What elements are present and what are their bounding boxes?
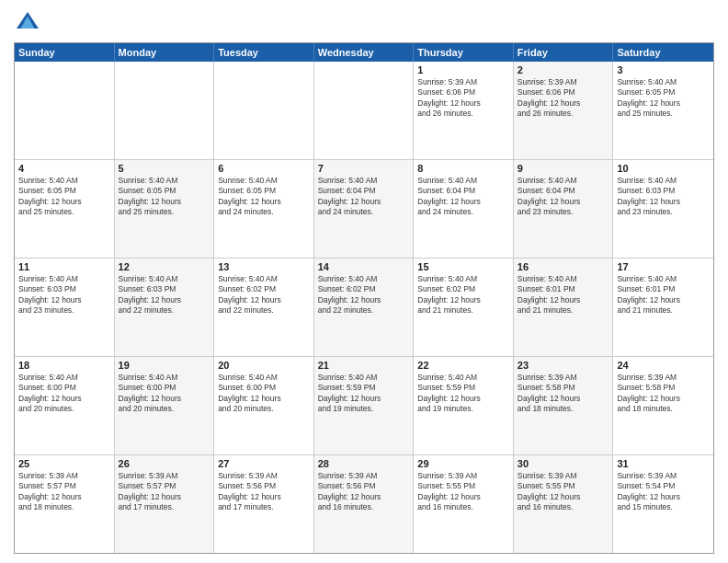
cell-text: Sunrise: 5:39 AM Sunset: 5:57 PM Dayligh… xyxy=(18,471,110,513)
calendar-cell: 7Sunrise: 5:40 AM Sunset: 6:04 PM Daylig… xyxy=(314,160,415,258)
calendar-header: SundayMondayTuesdayWednesdayThursdayFrid… xyxy=(15,43,713,62)
calendar-cell: 27Sunrise: 5:39 AM Sunset: 5:56 PM Dayli… xyxy=(214,455,314,553)
day-number: 3 xyxy=(617,64,710,75)
day-number: 17 xyxy=(617,261,710,272)
day-number: 5 xyxy=(119,163,210,174)
day-number: 31 xyxy=(617,458,710,469)
day-number: 28 xyxy=(318,458,410,469)
cell-text: Sunrise: 5:40 AM Sunset: 5:59 PM Dayligh… xyxy=(318,373,410,415)
header-day-saturday: Saturday xyxy=(613,43,713,62)
calendar-cell xyxy=(314,62,415,159)
calendar-cell: 30Sunrise: 5:39 AM Sunset: 5:55 PM Dayli… xyxy=(514,455,614,553)
logo xyxy=(14,9,45,37)
day-number: 1 xyxy=(417,64,509,75)
calendar-cell: 14Sunrise: 5:40 AM Sunset: 6:02 PM Dayli… xyxy=(314,259,415,356)
calendar-cell: 18Sunrise: 5:40 AM Sunset: 6:00 PM Dayli… xyxy=(15,357,115,454)
cell-text: Sunrise: 5:40 AM Sunset: 6:04 PM Dayligh… xyxy=(518,176,609,218)
cell-text: Sunrise: 5:39 AM Sunset: 6:06 PM Dayligh… xyxy=(518,77,609,120)
cell-text: Sunrise: 5:39 AM Sunset: 5:55 PM Dayligh… xyxy=(417,471,509,513)
day-number: 16 xyxy=(518,261,609,272)
header-day-friday: Friday xyxy=(514,43,614,62)
calendar-cell: 12Sunrise: 5:40 AM Sunset: 6:03 PM Dayli… xyxy=(115,259,215,356)
day-number: 10 xyxy=(617,163,710,174)
calendar-cell: 5Sunrise: 5:40 AM Sunset: 6:05 PM Daylig… xyxy=(115,160,215,258)
day-number: 27 xyxy=(218,458,310,469)
calendar-cell: 20Sunrise: 5:40 AM Sunset: 6:00 PM Dayli… xyxy=(214,357,314,454)
cell-text: Sunrise: 5:39 AM Sunset: 5:56 PM Dayligh… xyxy=(218,471,310,513)
calendar-row: 25Sunrise: 5:39 AM Sunset: 5:57 PM Dayli… xyxy=(15,455,713,553)
day-number: 8 xyxy=(417,163,509,174)
cell-text: Sunrise: 5:40 AM Sunset: 6:03 PM Dayligh… xyxy=(617,176,710,218)
day-number: 18 xyxy=(18,360,110,371)
cell-text: Sunrise: 5:40 AM Sunset: 6:02 PM Dayligh… xyxy=(218,274,310,316)
cell-text: Sunrise: 5:40 AM Sunset: 6:01 PM Dayligh… xyxy=(518,274,609,316)
day-number: 20 xyxy=(218,360,310,371)
calendar-cell: 6Sunrise: 5:40 AM Sunset: 6:05 PM Daylig… xyxy=(214,160,314,258)
calendar-row: 18Sunrise: 5:40 AM Sunset: 6:00 PM Dayli… xyxy=(15,357,713,455)
calendar-cell: 2Sunrise: 5:39 AM Sunset: 6:06 PM Daylig… xyxy=(514,62,614,159)
cell-text: Sunrise: 5:40 AM Sunset: 6:04 PM Dayligh… xyxy=(417,176,509,218)
calendar-row: 1Sunrise: 5:39 AM Sunset: 6:06 PM Daylig… xyxy=(15,62,713,160)
day-number: 14 xyxy=(318,261,410,272)
calendar-cell: 22Sunrise: 5:40 AM Sunset: 5:59 PM Dayli… xyxy=(414,357,514,454)
header-day-tuesday: Tuesday xyxy=(214,43,314,62)
day-number: 23 xyxy=(518,360,609,371)
cell-text: Sunrise: 5:39 AM Sunset: 5:57 PM Dayligh… xyxy=(119,471,210,513)
cell-text: Sunrise: 5:40 AM Sunset: 6:05 PM Dayligh… xyxy=(218,176,310,218)
calendar-cell: 3Sunrise: 5:40 AM Sunset: 6:05 PM Daylig… xyxy=(613,62,713,159)
day-number: 19 xyxy=(119,360,210,371)
cell-text: Sunrise: 5:40 AM Sunset: 6:02 PM Dayligh… xyxy=(318,274,410,316)
cell-text: Sunrise: 5:39 AM Sunset: 6:06 PM Dayligh… xyxy=(417,77,509,120)
calendar-body: 1Sunrise: 5:39 AM Sunset: 6:06 PM Daylig… xyxy=(15,62,713,553)
cell-text: Sunrise: 5:40 AM Sunset: 6:02 PM Dayligh… xyxy=(417,274,509,316)
day-number: 25 xyxy=(18,458,110,469)
header-day-monday: Monday xyxy=(115,43,215,62)
day-number: 12 xyxy=(119,261,210,272)
cell-text: Sunrise: 5:40 AM Sunset: 6:05 PM Dayligh… xyxy=(18,176,110,218)
day-number: 21 xyxy=(318,360,410,371)
calendar-cell: 28Sunrise: 5:39 AM Sunset: 5:56 PM Dayli… xyxy=(314,455,415,553)
logo-icon xyxy=(14,9,41,37)
calendar-cell: 31Sunrise: 5:39 AM Sunset: 5:54 PM Dayli… xyxy=(613,455,713,553)
cell-text: Sunrise: 5:40 AM Sunset: 6:04 PM Dayligh… xyxy=(318,176,410,218)
calendar-cell: 25Sunrise: 5:39 AM Sunset: 5:57 PM Dayli… xyxy=(15,455,115,553)
cell-text: Sunrise: 5:40 AM Sunset: 5:59 PM Dayligh… xyxy=(417,373,509,415)
calendar-cell: 4Sunrise: 5:40 AM Sunset: 6:05 PM Daylig… xyxy=(15,160,115,258)
cell-text: Sunrise: 5:39 AM Sunset: 5:55 PM Dayligh… xyxy=(518,471,609,513)
calendar-cell: 11Sunrise: 5:40 AM Sunset: 6:03 PM Dayli… xyxy=(15,259,115,356)
cell-text: Sunrise: 5:39 AM Sunset: 5:56 PM Dayligh… xyxy=(318,471,410,513)
calendar-cell: 19Sunrise: 5:40 AM Sunset: 6:00 PM Dayli… xyxy=(115,357,215,454)
header xyxy=(14,9,714,37)
calendar-cell: 23Sunrise: 5:39 AM Sunset: 5:58 PM Dayli… xyxy=(514,357,614,454)
calendar-cell: 17Sunrise: 5:40 AM Sunset: 6:01 PM Dayli… xyxy=(613,259,713,356)
day-number: 15 xyxy=(417,261,509,272)
cell-text: Sunrise: 5:39 AM Sunset: 5:58 PM Dayligh… xyxy=(617,373,710,415)
calendar-cell: 13Sunrise: 5:40 AM Sunset: 6:02 PM Dayli… xyxy=(214,259,314,356)
calendar-cell: 10Sunrise: 5:40 AM Sunset: 6:03 PM Dayli… xyxy=(613,160,713,258)
day-number: 7 xyxy=(318,163,410,174)
cell-text: Sunrise: 5:40 AM Sunset: 6:03 PM Dayligh… xyxy=(119,274,210,316)
cell-text: Sunrise: 5:40 AM Sunset: 6:05 PM Dayligh… xyxy=(119,176,210,218)
calendar-cell: 15Sunrise: 5:40 AM Sunset: 6:02 PM Dayli… xyxy=(414,259,514,356)
day-number: 24 xyxy=(617,360,710,371)
day-number: 6 xyxy=(218,163,310,174)
cell-text: Sunrise: 5:40 AM Sunset: 6:00 PM Dayligh… xyxy=(218,373,310,415)
day-number: 9 xyxy=(518,163,609,174)
day-number: 29 xyxy=(417,458,509,469)
cell-text: Sunrise: 5:40 AM Sunset: 6:03 PM Dayligh… xyxy=(18,274,110,316)
header-day-thursday: Thursday xyxy=(414,43,514,62)
cell-text: Sunrise: 5:40 AM Sunset: 6:05 PM Dayligh… xyxy=(617,77,710,120)
cell-text: Sunrise: 5:40 AM Sunset: 6:00 PM Dayligh… xyxy=(18,373,110,415)
calendar-cell xyxy=(15,62,115,159)
calendar-cell: 21Sunrise: 5:40 AM Sunset: 5:59 PM Dayli… xyxy=(314,357,415,454)
cell-text: Sunrise: 5:39 AM Sunset: 5:58 PM Dayligh… xyxy=(518,373,609,415)
header-day-wednesday: Wednesday xyxy=(314,43,415,62)
calendar-cell: 16Sunrise: 5:40 AM Sunset: 6:01 PM Dayli… xyxy=(514,259,614,356)
calendar-row: 4Sunrise: 5:40 AM Sunset: 6:05 PM Daylig… xyxy=(15,160,713,259)
cell-text: Sunrise: 5:40 AM Sunset: 6:00 PM Dayligh… xyxy=(119,373,210,415)
calendar-cell: 29Sunrise: 5:39 AM Sunset: 5:55 PM Dayli… xyxy=(414,455,514,553)
cell-text: Sunrise: 5:40 AM Sunset: 6:01 PM Dayligh… xyxy=(617,274,710,316)
day-number: 22 xyxy=(417,360,509,371)
calendar-cell: 1Sunrise: 5:39 AM Sunset: 6:06 PM Daylig… xyxy=(414,62,514,159)
header-day-sunday: Sunday xyxy=(15,43,115,62)
